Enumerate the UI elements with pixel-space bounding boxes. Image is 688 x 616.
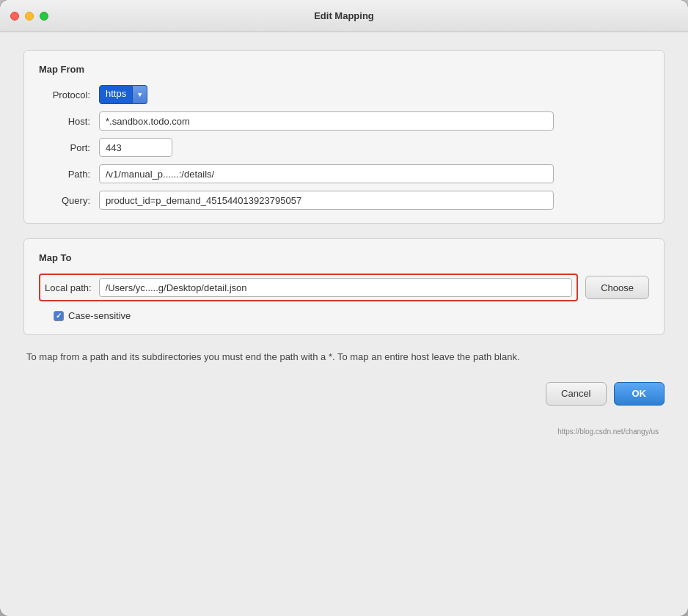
protocol-dropdown-button[interactable]: ▼ (133, 85, 147, 104)
protocol-value[interactable]: https (99, 85, 133, 104)
window-title: Edit Mapping (314, 10, 374, 21)
path-row: Path: (39, 164, 649, 183)
choose-button[interactable]: Choose (585, 276, 649, 299)
ok-button[interactable]: OK (614, 382, 665, 406)
chevron-down-icon: ▼ (136, 91, 143, 98)
protocol-label: Protocol: (39, 89, 90, 100)
local-path-input[interactable] (99, 278, 573, 297)
map-to-title: Map To (39, 252, 649, 263)
port-input[interactable] (99, 138, 172, 157)
minimize-button[interactable] (25, 12, 34, 21)
maximize-button[interactable] (40, 12, 48, 21)
map-to-section: Map To Local path: Choose ✓ Case-sensiti… (23, 238, 665, 335)
host-label: Host: (39, 116, 90, 127)
dialog-window: Edit Mapping Map From Protocol: https ▼ … (0, 0, 688, 616)
path-input[interactable] (99, 164, 554, 183)
protocol-container: https ▼ (99, 85, 147, 104)
button-row: Cancel OK (23, 379, 665, 411)
query-label: Query: (39, 195, 90, 206)
path-label: Path: (39, 169, 90, 180)
titlebar: Edit Mapping (0, 0, 688, 32)
port-row: Port: (39, 138, 649, 157)
case-sensitive-checkbox[interactable]: ✓ (54, 311, 64, 321)
port-label: Port: (39, 142, 90, 153)
local-path-label: Local path: (45, 282, 92, 293)
case-sensitive-label: Case-sensitive (68, 310, 131, 321)
protocol-row: Protocol: https ▼ (39, 85, 649, 104)
query-row: Query: (39, 191, 649, 210)
local-path-box: Local path: (39, 274, 578, 301)
close-button[interactable] (10, 12, 19, 21)
cancel-button[interactable]: Cancel (546, 382, 606, 406)
host-input[interactable] (99, 111, 554, 131)
map-from-section: Map From Protocol: https ▼ Host: Port: (23, 50, 665, 224)
help-text: To map from a path and its subdirectorie… (23, 350, 665, 364)
case-sensitive-row: ✓ Case-sensitive (54, 310, 649, 321)
dialog-content: Map From Protocol: https ▼ Host: Port: (0, 32, 688, 616)
map-from-title: Map From (39, 64, 649, 75)
local-path-row: Local path: Choose (39, 274, 649, 301)
host-row: Host: (39, 111, 649, 131)
traffic-lights (10, 12, 48, 21)
checkmark-icon: ✓ (56, 312, 62, 320)
watermark: https://blog.csdn.net/changy/us (23, 426, 665, 440)
query-input[interactable] (99, 191, 554, 210)
